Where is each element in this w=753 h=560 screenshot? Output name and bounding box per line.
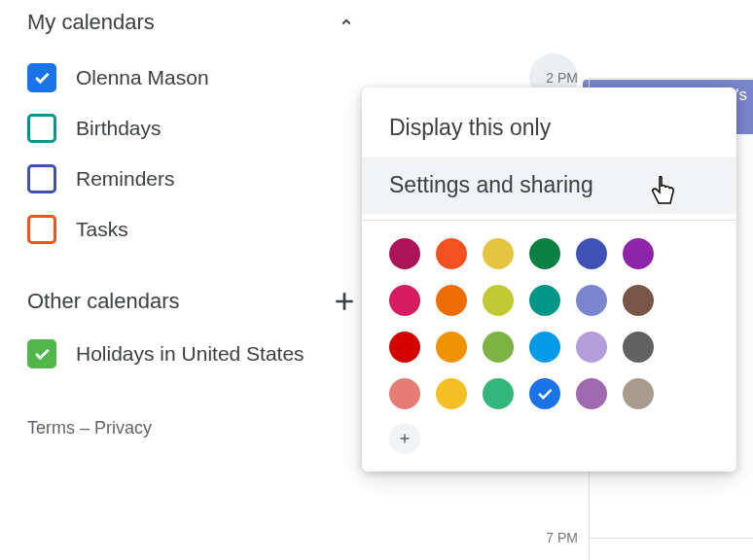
other-calendar-item[interactable]: Holidays in United States — [27, 329, 358, 379]
calendar-checkbox[interactable] — [27, 339, 56, 368]
my-calendar-item[interactable]: Birthdays — [27, 103, 358, 154]
color-swatch[interactable] — [436, 238, 467, 269]
color-swatch[interactable] — [483, 238, 514, 269]
calendar-label: Tasks — [76, 218, 128, 241]
my-calendar-item[interactable]: Olenna Mason — [27, 52, 358, 103]
calendar-checkbox[interactable] — [27, 215, 56, 244]
color-swatch[interactable] — [529, 238, 560, 269]
time-label-2pm: 2 PM — [546, 70, 578, 86]
color-swatch[interactable] — [576, 332, 607, 363]
color-swatch[interactable] — [436, 332, 467, 363]
menu-display-only[interactable]: Display this only — [362, 99, 736, 157]
my-calendar-item[interactable]: Tasks — [27, 204, 358, 255]
add-custom-color-button[interactable] — [389, 423, 420, 454]
color-swatch[interactable] — [623, 285, 654, 316]
color-swatch[interactable] — [529, 378, 560, 409]
calendar-label: Olenna Mason — [76, 66, 209, 89]
calendar-checkbox[interactable] — [27, 114, 56, 143]
time-label-7pm: 7 PM — [546, 530, 578, 545]
chevron-up-icon[interactable] — [335, 11, 358, 34]
calendar-label: Birthdays — [76, 117, 161, 140]
calendar-checkbox[interactable] — [27, 63, 56, 92]
color-swatch[interactable] — [483, 332, 514, 363]
my-calendars-list: Olenna MasonBirthdaysRemindersTasks — [27, 52, 358, 255]
privacy-link[interactable]: Privacy — [94, 418, 152, 438]
add-calendar-button[interactable] — [331, 288, 358, 315]
color-swatch[interactable] — [389, 378, 420, 409]
color-swatch[interactable] — [623, 238, 654, 269]
my-calendars-title: My calendars — [27, 10, 155, 35]
calendar-label: Reminders — [76, 167, 175, 191]
color-swatch[interactable] — [623, 332, 654, 363]
footer-links: Terms – Privacy — [27, 418, 358, 438]
color-swatch[interactable] — [389, 332, 420, 363]
calendar-checkbox[interactable] — [27, 164, 56, 193]
color-swatch[interactable] — [576, 285, 607, 316]
calendar-context-menu: Display this only Settings and sharing — [362, 88, 736, 472]
color-swatch[interactable] — [483, 378, 514, 409]
color-swatch[interactable] — [436, 378, 467, 409]
cursor-pointer-icon — [651, 176, 678, 207]
color-swatch[interactable] — [576, 378, 607, 409]
color-picker-grid — [362, 221, 736, 409]
color-swatch[interactable] — [623, 378, 654, 409]
color-swatch[interactable] — [483, 285, 514, 316]
other-calendars-title: Other calendars — [27, 289, 180, 314]
menu-settings-sharing[interactable]: Settings and sharing — [362, 157, 736, 214]
color-swatch[interactable] — [529, 285, 560, 316]
color-swatch[interactable] — [389, 238, 420, 269]
my-calendars-header[interactable]: My calendars — [27, 4, 358, 52]
color-swatch[interactable] — [389, 285, 420, 316]
other-calendars-list: Holidays in United States — [27, 329, 358, 379]
my-calendar-item[interactable]: Reminders — [27, 154, 358, 204]
other-calendars-header[interactable]: Other calendars — [27, 282, 358, 329]
color-swatch[interactable] — [576, 238, 607, 269]
color-swatch[interactable] — [529, 332, 560, 363]
calendar-label: Holidays in United States — [76, 342, 305, 366]
color-swatch[interactable] — [436, 285, 467, 316]
terms-link[interactable]: Terms — [27, 418, 75, 438]
